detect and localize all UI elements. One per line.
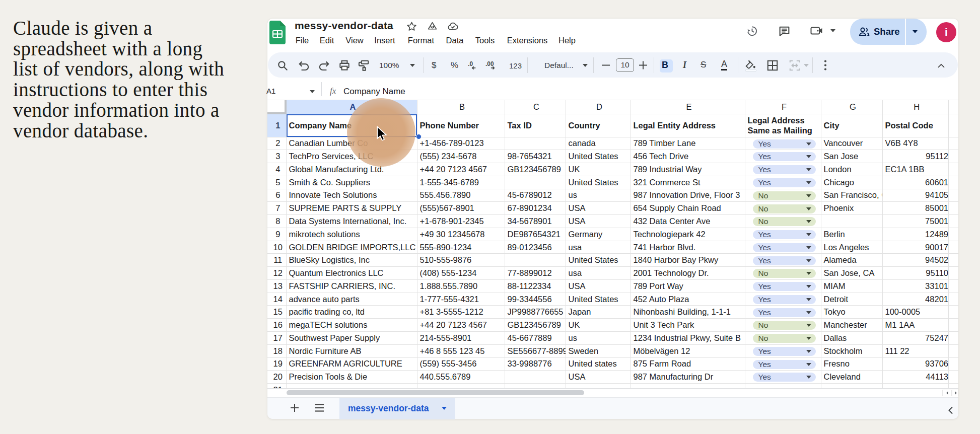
- svg-text:.0: .0: [468, 60, 473, 67]
- svg-text:.00: .00: [485, 60, 494, 67]
